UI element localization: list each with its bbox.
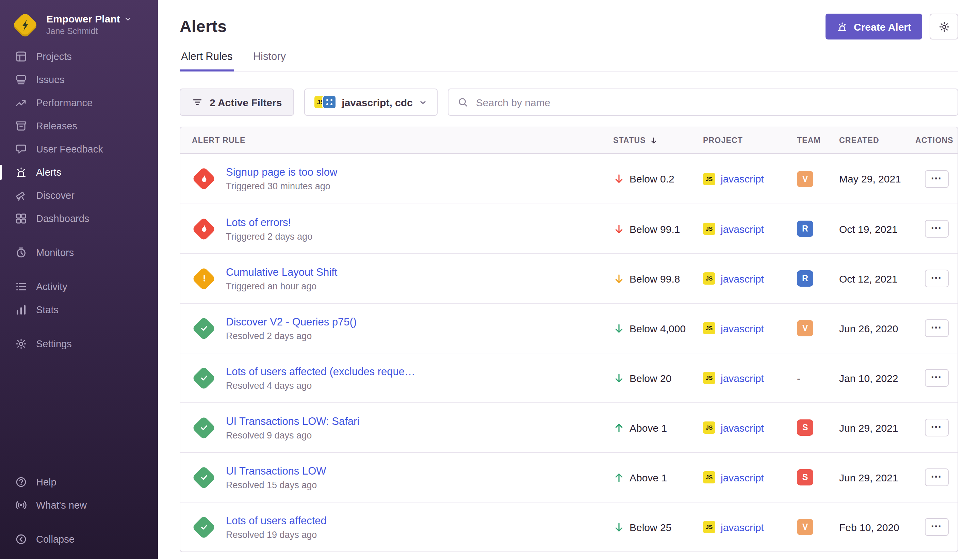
alert-rule-activity: Triggered 2 days ago [226,231,312,241]
status-cell: Below 20 [605,372,695,384]
sidebar-item-help[interactable]: Help [0,470,158,494]
row-actions-button[interactable]: ⋯ [924,419,949,437]
sidebar-item-user-feedback[interactable]: User Feedback [0,137,158,161]
status-cell: Below 25 [605,521,695,533]
alert-rule-link[interactable]: Discover V2 - Queries p75() [226,316,356,328]
column-header-status[interactable]: STATUS [605,136,695,145]
project-link[interactable]: javascript [721,273,764,284]
actions-cell: ⋯ [910,170,957,188]
sidebar-item-monitors[interactable]: Monitors [0,241,158,264]
table-row: Signup page is too slow Triggered 30 min… [180,154,957,203]
table-row: Discover V2 - Queries p75() Resolved 2 d… [180,303,957,353]
javascript-platform-icon: JS [703,521,715,533]
alert-rule-link[interactable]: Signup page is too slow [226,166,337,179]
alert-rule-cell: Discover V2 - Queries p75() Resolved 2 d… [180,316,605,341]
status-cell: Below 99.8 [605,273,695,284]
sidebar-item-alerts[interactable]: Alerts [0,161,158,184]
search-input[interactable] [475,96,949,109]
project-link[interactable]: javascript [721,422,764,433]
sidebar-item-issues[interactable]: Issues [0,68,158,91]
tab-alert-rules[interactable]: Alert Rules [180,50,234,71]
alert-rule-link[interactable]: Lots of users affected (excludes reque… [226,365,415,377]
gear-icon [938,21,950,32]
status-cell: Below 0.2 [605,173,695,185]
team-cell: V [789,170,831,187]
team-none: - [797,372,800,384]
alert-rule-activity: Resolved 9 days ago [226,430,359,440]
activity-icon [15,281,27,293]
row-actions-button[interactable]: ⋯ [924,220,949,238]
alert-status-diamond-icon [191,415,216,440]
search-bar [448,89,958,116]
row-actions-button[interactable]: ⋯ [924,518,949,536]
project-link[interactable]: javascript [721,322,764,334]
alert-rule-link[interactable]: Cumulative Layout Shift [226,266,337,278]
active-filters-button[interactable]: 2 Active Filters [180,89,294,116]
project-link[interactable]: javascript [721,223,764,235]
sidebar-item-collapse[interactable]: Collapse [0,528,158,551]
team-badge: S [797,469,813,485]
table-header: ALERT RULE STATUS PROJECT TEAM CREATED A… [180,127,957,154]
sidebar-item-what-s-new[interactable]: What's new [0,494,158,517]
project-cell: JS javascript [695,173,789,185]
create-alert-button[interactable]: Create Alert [825,13,922,40]
alert-status-diamond-icon [191,365,216,390]
user-feedback-icon [15,143,27,155]
table-row: UI Transactions LOW Resolved 15 days ago… [180,452,957,502]
team-badge: S [797,419,813,436]
status-value: Below 0.2 [630,173,675,185]
status-cell: Below 99.1 [605,223,695,235]
project-link[interactable]: javascript [721,521,764,533]
tab-history[interactable]: History [252,50,287,71]
platform-icons: JS [314,96,335,108]
created-date: Oct 12, 2021 [831,273,910,284]
settings-button[interactable] [930,13,958,40]
sidebar-item-discover[interactable]: Discover [0,184,158,207]
project-link[interactable]: javascript [721,471,764,483]
projects-icon [15,50,27,63]
alert-rule-link[interactable]: UI Transactions LOW: Safari [226,415,359,427]
project-cell: JS javascript [695,471,789,483]
project-cell: JS javascript [695,372,789,384]
project-selector[interactable]: JS javascript, cdc [304,89,437,116]
siren-icon [836,21,848,32]
row-actions-button[interactable]: ⋯ [924,270,949,287]
ellipsis-icon: ⋯ [931,372,942,383]
alert-rule-activity: Triggered 30 minutes ago [226,181,337,191]
created-date: Jan 10, 2022 [831,372,910,384]
team-badge: R [797,270,813,287]
help-icon [15,476,27,488]
alert-rule-link[interactable]: Lots of users affected [226,514,327,527]
row-actions-button[interactable]: ⋯ [924,468,949,486]
sidebar-item-stats[interactable]: Stats [0,298,158,321]
actions-cell: ⋯ [910,468,957,486]
row-actions-button[interactable]: ⋯ [924,319,949,337]
sidebar-item-releases[interactable]: Releases [0,114,158,137]
team-cell: S [789,419,831,436]
sidebar-item-activity[interactable]: Activity [0,275,158,298]
project-link[interactable]: javascript [721,372,764,384]
actions-cell: ⋯ [910,270,957,287]
project-link[interactable]: javascript [721,173,764,185]
status-value: Above 1 [630,471,667,483]
alert-status-diamond-icon [191,266,216,291]
org-switcher[interactable]: Empower Plant Jane Schmidt [0,11,158,38]
row-actions-button[interactable]: ⋯ [924,170,949,188]
alert-status-diamond-icon [191,514,216,539]
sidebar-item-dashboards[interactable]: Dashboards [0,207,158,230]
actions-cell: ⋯ [910,419,957,437]
alert-rule-cell: UI Transactions LOW Resolved 15 days ago [180,465,605,490]
sidebar-item-settings[interactable]: Settings [0,332,158,356]
trend-arrow-icon [613,223,625,235]
alert-rule-link[interactable]: Lots of errors! [226,216,312,228]
sidebar-item-performance[interactable]: Performance [0,91,158,114]
row-actions-button[interactable]: ⋯ [924,369,949,387]
ellipsis-icon: ⋯ [931,173,942,184]
filter-bar: 2 Active Filters JS javascript, cdc [180,89,958,116]
team-badge: R [797,221,813,237]
table-row: Cumulative Layout Shift Triggered an hou… [180,253,957,303]
team-cell: V [789,320,831,336]
sidebar-item-projects[interactable]: Projects [0,45,158,68]
sidebar-group: ActivityStats [0,275,158,321]
alert-rule-link[interactable]: UI Transactions LOW [226,465,326,477]
